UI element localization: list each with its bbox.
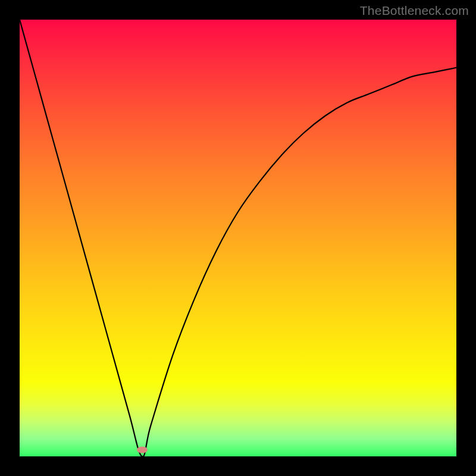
chart-frame: TheBottleneck.com bbox=[0, 0, 476, 476]
curve-path bbox=[20, 20, 456, 456]
minimum-marker bbox=[137, 446, 148, 453]
curve-svg bbox=[20, 20, 456, 456]
watermark-text: TheBottleneck.com bbox=[360, 4, 469, 18]
plot-area bbox=[20, 20, 456, 456]
